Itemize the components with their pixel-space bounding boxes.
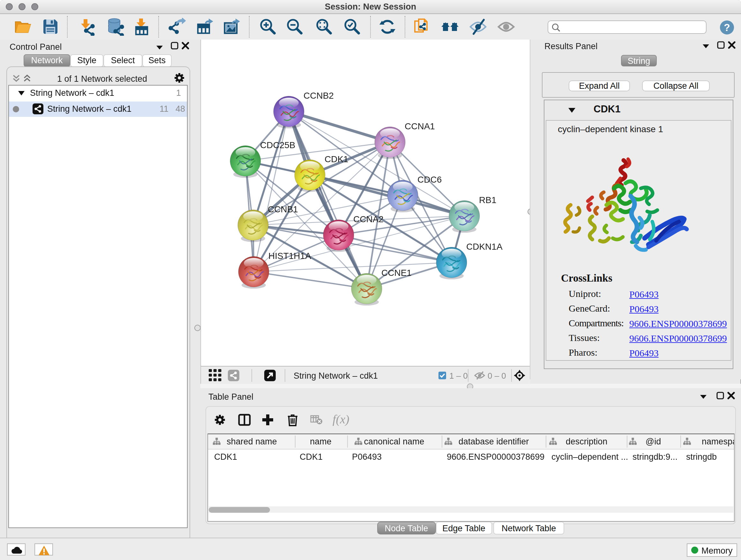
svg-text:CCNA1: CCNA1	[405, 121, 435, 131]
svg-text:CDC6: CDC6	[417, 175, 442, 185]
svg-text:RB1: RB1	[479, 195, 496, 205]
svg-text:?: ?	[724, 22, 730, 33]
svg-text:HIST1H1A: HIST1H1A	[268, 251, 311, 261]
svg-text:CCNA2: CCNA2	[353, 214, 384, 224]
svg-text:CCNB1: CCNB1	[268, 204, 298, 214]
svg-text:CCNE1: CCNE1	[381, 268, 412, 278]
svg-text:CDK1: CDK1	[325, 154, 348, 164]
svg-text:CDC25B: CDC25B	[260, 140, 295, 150]
svg-text:CCNB2: CCNB2	[304, 91, 334, 101]
svg-text:CDKN1A: CDKN1A	[466, 242, 502, 252]
